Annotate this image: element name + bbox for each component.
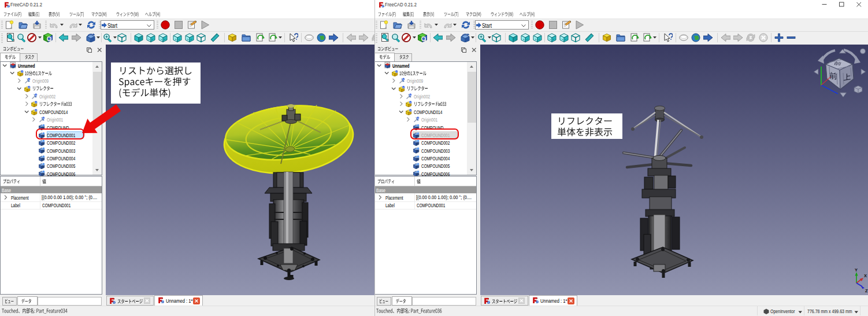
- svg-text:Y: Y: [855, 267, 858, 273]
- svg-text:Z: Z: [865, 288, 868, 293]
- svg-text:X: X: [864, 273, 867, 278]
